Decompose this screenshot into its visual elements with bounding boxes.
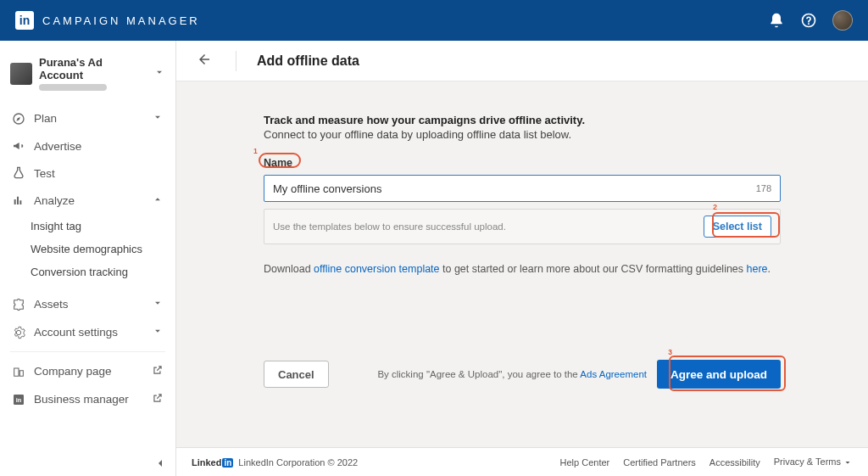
page-header: Add offline data bbox=[176, 41, 868, 81]
sidebar-item-test[interactable]: Test bbox=[0, 160, 175, 187]
upload-hint: Use the templates below to ensure succes… bbox=[273, 221, 695, 232]
download-line: Download offline conversion template to … bbox=[264, 263, 781, 275]
brand: in CAMPAIGN MANAGER bbox=[15, 11, 200, 30]
building-icon bbox=[12, 365, 25, 378]
name-field-label: Name bbox=[264, 157, 292, 169]
chevron-down-icon bbox=[152, 111, 164, 126]
sidebar-label: Business manager bbox=[34, 393, 143, 406]
annotation-number-3: 3 bbox=[668, 348, 672, 356]
chevron-down-icon bbox=[841, 456, 853, 467]
footer-link-accessibility[interactable]: Accessibility bbox=[709, 457, 760, 468]
text: to get started or learn more about our C… bbox=[440, 263, 747, 275]
text: By clicking "Agree & Upload", you agree … bbox=[377, 369, 580, 379]
footer-link-partners[interactable]: Certified Partners bbox=[623, 457, 696, 468]
agree-upload-button[interactable]: Agree and upload bbox=[657, 360, 781, 389]
annotation-number-1: 1 bbox=[253, 147, 258, 155]
sidebar-label: Company page bbox=[34, 365, 143, 378]
footer-link-privacy[interactable]: Privacy & Terms bbox=[774, 456, 853, 468]
page-title: Add offline data bbox=[257, 53, 359, 69]
chevron-up-icon bbox=[152, 193, 164, 208]
linkedin-logo-icon: in bbox=[15, 11, 34, 30]
account-switcher[interactable]: Purana's Ad Account bbox=[0, 51, 175, 101]
sidebar-item-account-settings[interactable]: Account settings bbox=[0, 318, 175, 346]
help-icon[interactable] bbox=[800, 12, 817, 29]
text: Download bbox=[264, 263, 314, 275]
svg-text:in: in bbox=[16, 396, 22, 404]
sidebar-item-advertise[interactable]: Advertise bbox=[0, 132, 175, 160]
select-list-button[interactable]: Select list bbox=[704, 216, 771, 238]
agree-text: By clicking "Agree & Upload", you agree … bbox=[377, 369, 647, 379]
download-template-link[interactable]: offline conversion template bbox=[314, 263, 439, 275]
upload-box: Use the templates below to ensure succes… bbox=[264, 209, 781, 244]
name-input-wrapper: 178 bbox=[264, 175, 781, 202]
sidebar-label: Account settings bbox=[34, 326, 143, 339]
compass-icon bbox=[12, 112, 25, 126]
cancel-button[interactable]: Cancel bbox=[264, 361, 329, 388]
account-name: Purana's Ad Account bbox=[39, 56, 147, 81]
intro-heading: Track and measure how your campaigns dri… bbox=[264, 114, 781, 126]
gear-icon bbox=[12, 326, 25, 339]
sidebar-item-company-page[interactable]: Company page bbox=[0, 357, 175, 385]
main-area: Add offline data Track and measure how y… bbox=[176, 41, 868, 476]
back-button[interactable] bbox=[197, 52, 212, 70]
copyright: LinkedIn Corporation © 2022 bbox=[238, 457, 358, 468]
sidebar-item-plan[interactable]: Plan bbox=[0, 104, 175, 132]
linkedin-wordmark: Linkedin bbox=[192, 457, 233, 468]
intro-subtext: Connect to your offline data by uploadin… bbox=[264, 128, 781, 141]
sidebar-sub-insight-tag[interactable]: Insight tag bbox=[0, 215, 175, 238]
notifications-icon[interactable] bbox=[768, 12, 785, 29]
char-counter: 178 bbox=[756, 183, 771, 193]
sidebar: Purana's Ad Account Plan Advertise Test bbox=[0, 41, 176, 476]
sidebar-label: Analyze bbox=[34, 194, 143, 207]
account-subline-placeholder bbox=[39, 84, 107, 91]
external-link-icon bbox=[152, 392, 164, 406]
sidebar-label: Plan bbox=[34, 112, 143, 125]
linkedin-icon: in bbox=[12, 393, 25, 406]
global-header: in CAMPAIGN MANAGER bbox=[0, 0, 868, 41]
annotation-number-2: 2 bbox=[713, 203, 717, 211]
external-link-icon bbox=[152, 364, 164, 378]
sidebar-label: Assets bbox=[34, 298, 143, 311]
sidebar-label: Advertise bbox=[34, 140, 164, 153]
sidebar-sub-website-demographics[interactable]: Website demographics bbox=[0, 238, 175, 260]
action-bar: Cancel By clicking "Agree & Upload", you… bbox=[264, 360, 781, 414]
puzzle-icon bbox=[12, 298, 25, 311]
flask-icon bbox=[12, 166, 25, 180]
account-avatar bbox=[10, 63, 32, 85]
sidebar-label: Test bbox=[34, 167, 164, 180]
page-footer: Linkedin LinkedIn Corporation © 2022 Hel… bbox=[176, 447, 868, 476]
profile-avatar[interactable] bbox=[832, 10, 853, 31]
sidebar-sub-conversion-tracking[interactable]: Conversion tracking bbox=[0, 260, 175, 283]
megaphone-icon bbox=[12, 139, 25, 153]
app-name: CAMPAIGN MANAGER bbox=[42, 14, 200, 27]
chevron-down-icon bbox=[153, 66, 165, 81]
sidebar-item-assets[interactable]: Assets bbox=[0, 290, 175, 318]
guidelines-here-link[interactable]: here bbox=[747, 263, 768, 275]
chevron-down-icon bbox=[152, 297, 164, 311]
footer-link-help[interactable]: Help Center bbox=[560, 457, 610, 468]
text: . bbox=[768, 263, 771, 275]
sidebar-item-analyze[interactable]: Analyze bbox=[0, 187, 175, 215]
ads-agreement-link[interactable]: Ads Agreement bbox=[580, 369, 647, 379]
sidebar-item-business-manager[interactable]: in Business manager bbox=[0, 385, 175, 413]
name-input[interactable] bbox=[273, 182, 756, 195]
bar-chart-icon bbox=[12, 194, 25, 208]
chevron-down-icon bbox=[152, 325, 164, 339]
collapse-sidebar-button[interactable] bbox=[153, 456, 167, 473]
